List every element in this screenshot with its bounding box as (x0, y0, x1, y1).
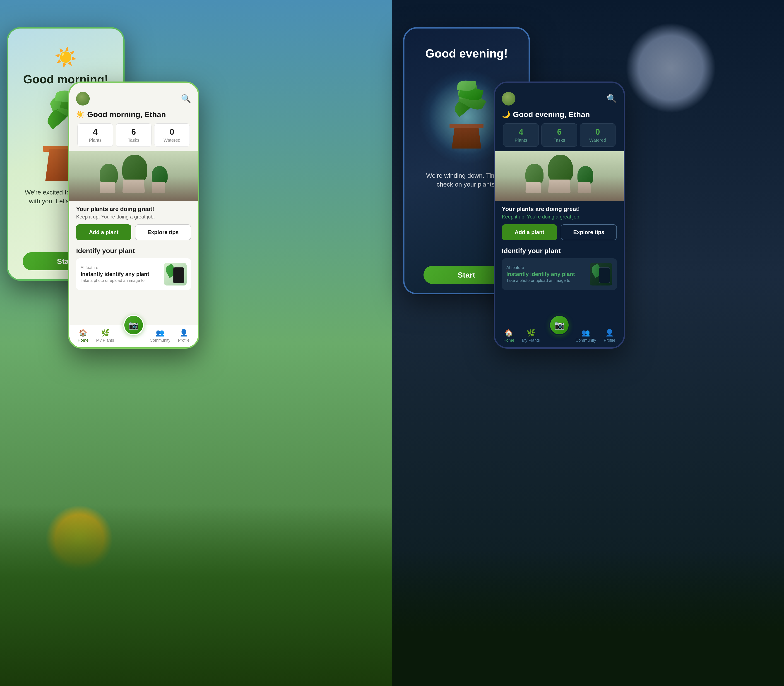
tasks-count: 6 (118, 127, 149, 137)
phone2-content: Your plants are doing great! Keep it up.… (69, 201, 198, 325)
stat-tasks-dark: 6 Tasks (541, 123, 577, 147)
bg-grass-left (0, 505, 392, 686)
tasks-label: Tasks (118, 138, 149, 143)
explore-tips-button[interactable]: Explore tips (135, 224, 191, 240)
nav-home-label-dark: Home (503, 338, 514, 343)
phone2-greeting-text: Good morning, Ethan (87, 110, 166, 119)
nav-community-label: Community (150, 338, 170, 343)
greeting-sun-icon: ☀️ (76, 111, 85, 118)
community-icon-dark: 👥 (581, 329, 590, 336)
succulent-group-dark (525, 155, 593, 198)
status-subtitle-dark: Keep it up. You're doing a great job. (502, 214, 617, 220)
nav-community-dark[interactable]: 👥 Community (575, 329, 596, 343)
stat-plants-dark: 4 Plants (503, 123, 539, 147)
nav-myplants[interactable]: 🌿 My Plants (96, 329, 114, 343)
bg-grass-right (392, 550, 784, 686)
nav-myplants-dark[interactable]: 🌿 My Plants (522, 329, 540, 343)
succulent-small-pot (100, 182, 116, 193)
identify-text: AI feature Instantly identify any plant … (81, 265, 160, 283)
succulent-1 (100, 164, 118, 193)
succulent-dark-2 (548, 155, 573, 193)
sun-icon: ☀️ (54, 47, 77, 68)
identify-phone (173, 267, 185, 283)
community-icon: 👥 (156, 329, 164, 336)
search-icon[interactable]: 🔍 (181, 94, 191, 103)
p3-pot (452, 126, 481, 149)
nav-community[interactable]: 👥 Community (150, 329, 170, 343)
search-icon-dark[interactable]: 🔍 (607, 94, 617, 103)
stat-tasks: 6 Tasks (116, 123, 151, 147)
nav-home[interactable]: 🏠 Home (78, 329, 88, 343)
identify-text-dark: AI feature Instantly identify any plant … (506, 265, 586, 283)
myplants-icon: 🌿 (101, 329, 109, 336)
status-subtitle: Keep it up. You're doing a great job. (76, 214, 191, 220)
succ-dark-large-pot (548, 180, 571, 193)
phone2-plant-photo (69, 151, 198, 201)
plants-count: 4 (80, 127, 111, 137)
identify-title: Instantly identify any plant (81, 271, 160, 277)
action-buttons: Add a plant Explore tips (76, 224, 191, 240)
avatar-image (76, 92, 90, 106)
tasks-count-dark: 6 (544, 127, 575, 137)
bg-moon (626, 23, 716, 113)
identify-image (164, 263, 186, 286)
phone2-greeting-row: ☀️ Good morning, Ethan (69, 110, 198, 123)
identify-image-dark (590, 263, 612, 286)
nav-community-label-dark: Community (575, 338, 596, 343)
identify-label: AI feature (81, 265, 160, 270)
nav-profile-dark[interactable]: 👤 Profile (604, 329, 615, 343)
succulent-small2-body (152, 166, 168, 184)
phone-morning-app: 🔍 ☀️ Good morning, Ethan 4 Plants 6 Task… (68, 82, 199, 349)
tasks-label-dark: Tasks (544, 138, 575, 143)
identify-card-dark[interactable]: AI feature Instantly identify any plant … (502, 258, 617, 290)
succ-dark-small2-pot (577, 182, 591, 193)
nav-myplants-label: My Plants (96, 338, 114, 343)
watered-label: Watered (157, 138, 187, 143)
stat-watered: 0 Watered (154, 123, 190, 147)
nav-home-dark[interactable]: 🏠 Home (503, 329, 514, 343)
profile-icon: 👤 (180, 329, 188, 336)
identify-section-title-dark: Identify your plant (502, 247, 617, 255)
phone3-plant-illustration (437, 85, 496, 149)
plants-count-dark: 4 (506, 127, 536, 137)
status-title-dark: Your plants are doing great! (502, 206, 617, 212)
explore-tips-button-dark[interactable]: Explore tips (561, 224, 617, 240)
nav-profile-label: Profile (178, 338, 189, 343)
action-buttons-dark: Add a plant Explore tips (502, 224, 617, 240)
nav-profile[interactable]: 👤 Profile (178, 329, 189, 343)
scan-button[interactable]: 📷 (123, 315, 144, 335)
plants-label: Plants (80, 138, 111, 143)
add-plant-button-dark[interactable]: Add a plant (502, 224, 557, 240)
phone2-stats-row: 4 Plants 6 Tasks 0 Watered (69, 123, 198, 151)
phone2-header: 🔍 (69, 83, 198, 110)
nav-profile-label-dark: Profile (604, 338, 615, 343)
identify-card[interactable]: AI feature Instantly identify any plant … (76, 258, 191, 290)
p3-leaves (442, 81, 492, 126)
user-avatar-dark[interactable] (502, 92, 515, 106)
nav-home-label: Home (78, 338, 88, 343)
phone4-header: 🔍 (495, 83, 624, 110)
home-icon: 🏠 (79, 329, 87, 336)
profile-icon-dark: 👤 (605, 329, 614, 336)
succulent-large-body (122, 155, 147, 182)
succulent-small2-pot (152, 182, 165, 193)
scan-icon: 📷 (129, 320, 139, 330)
phone-leaf-icon (166, 265, 185, 283)
user-avatar[interactable] (76, 92, 90, 106)
succulent-group (100, 155, 168, 198)
phone4-greeting-text: Good evening, Ethan (513, 110, 590, 119)
plants-label-dark: Plants (506, 138, 536, 143)
add-plant-button[interactable]: Add a plant (76, 224, 131, 240)
phone4-bottom-nav: 📷 🏠 Home 🌿 My Plants 👥 Community 👤 Profi… (495, 325, 624, 347)
phone3-plant (428, 78, 505, 155)
phone4-content: Your plants are doing great! Keep it up.… (495, 201, 624, 325)
succulent-3 (152, 166, 168, 193)
watered-count: 0 (157, 127, 187, 137)
myplants-icon-dark: 🌿 (527, 329, 535, 336)
succ-dark-small2-body (577, 166, 593, 184)
succulent-large-pot (122, 180, 145, 193)
scan-button-dark[interactable]: 📷 (549, 315, 570, 335)
succ-dark-large-body (548, 155, 573, 182)
phone4-stats-row: 4 Plants 6 Tasks 0 Watered (495, 123, 624, 151)
greeting-moon-icon: 🌙 (502, 111, 510, 118)
